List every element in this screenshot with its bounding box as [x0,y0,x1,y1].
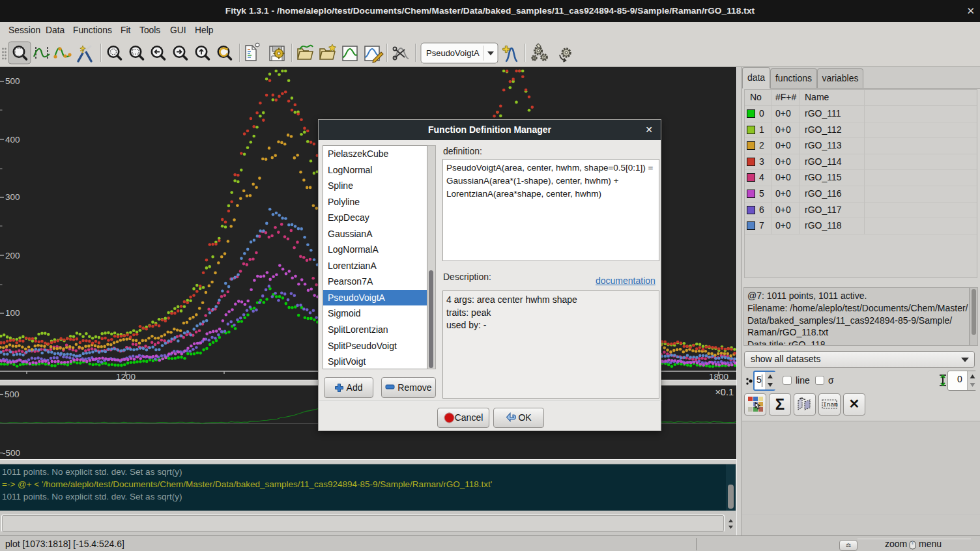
svg-text:-500: -500 [3,448,20,458]
svg-text:100: 100 [5,308,20,318]
svg-text:500: 500 [5,76,20,86]
svg-text:200: 200 [5,251,20,261]
svg-text:Inam: Inam [823,401,838,408]
svg-text:×0.1: ×0.1 [715,387,734,397]
svg-text:300: 300 [5,192,20,202]
svg-text:1200: 1200 [116,372,136,380]
svg-text:500: 500 [5,389,20,399]
svg-text:1800: 1800 [709,372,728,380]
svg-text:400: 400 [5,135,20,145]
svg-text:PseudoVoigtA: PseudoVoigtA [426,48,480,58]
